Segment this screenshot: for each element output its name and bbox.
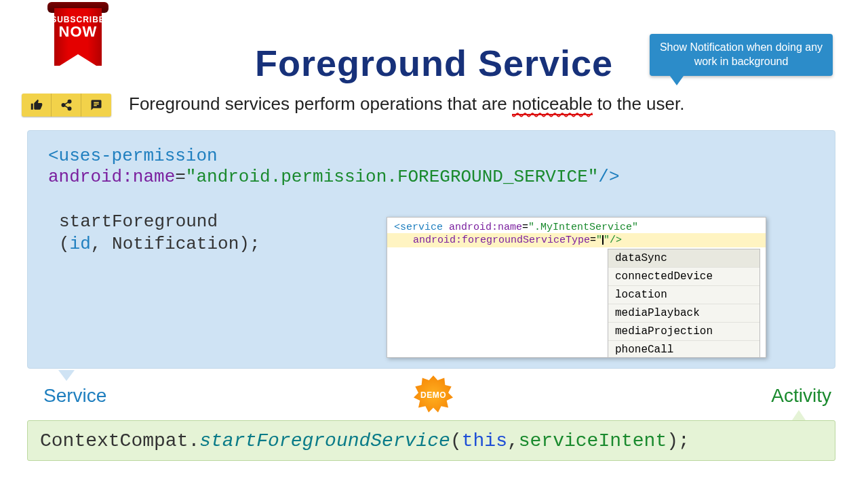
- svg-point-0: [68, 100, 71, 104]
- svg-point-1: [62, 104, 65, 107]
- social-icon-bar: [22, 94, 111, 117]
- service-block-pointer: [58, 370, 75, 381]
- uses-permission-line: <uses-permission android:name="android.p…: [48, 146, 814, 188]
- subtitle-before: Foreground services perform operations t…: [129, 94, 512, 114]
- activity-label: Activity: [771, 385, 831, 407]
- autocomplete-item[interactable]: dataSync: [608, 249, 760, 268]
- autocomplete-item[interactable]: mediaPlayback: [608, 304, 760, 323]
- subscribe-ribbon[interactable]: SUBSCRIBE NOW: [41, 0, 115, 81]
- svg-point-2: [68, 107, 71, 110]
- demo-badge: DEMO: [414, 375, 453, 415]
- activity-bar-pointer: [792, 410, 806, 420]
- service-label: Service: [43, 385, 106, 407]
- autocomplete-item[interactable]: mediaProjection: [608, 323, 760, 341]
- svg-line-3: [64, 102, 68, 104]
- comment-icon[interactable]: [81, 94, 111, 117]
- autocomplete-item[interactable]: connectedDevice: [608, 268, 760, 286]
- like-icon[interactable]: [22, 94, 52, 117]
- activity-code-bar: ContextCompat.startForegroundService(thi…: [27, 420, 835, 461]
- subtitle: Foreground services perform operations t…: [129, 94, 684, 115]
- share-icon[interactable]: [52, 94, 81, 117]
- ribbon-line2: NOW: [41, 23, 115, 41]
- autocomplete-item[interactable]: location: [608, 286, 760, 304]
- manifest-editor-screenshot: <service android:name=".MyIntentService"…: [387, 217, 766, 358]
- editor-line-2: android:foregroundServiceType=""/>: [387, 233, 766, 247]
- svg-line-4: [64, 106, 68, 108]
- subtitle-key: noticeable: [512, 94, 593, 115]
- subtitle-after: to the user.: [593, 94, 685, 114]
- autocomplete-item[interactable]: phoneCall: [608, 341, 760, 358]
- autocomplete-popup: dataSync connectedDevice location mediaP…: [608, 249, 760, 358]
- notification-callout: Show Notification when doing any work in…: [650, 34, 833, 76]
- editor-line-1: <service android:name=".MyIntentService": [387, 218, 766, 233]
